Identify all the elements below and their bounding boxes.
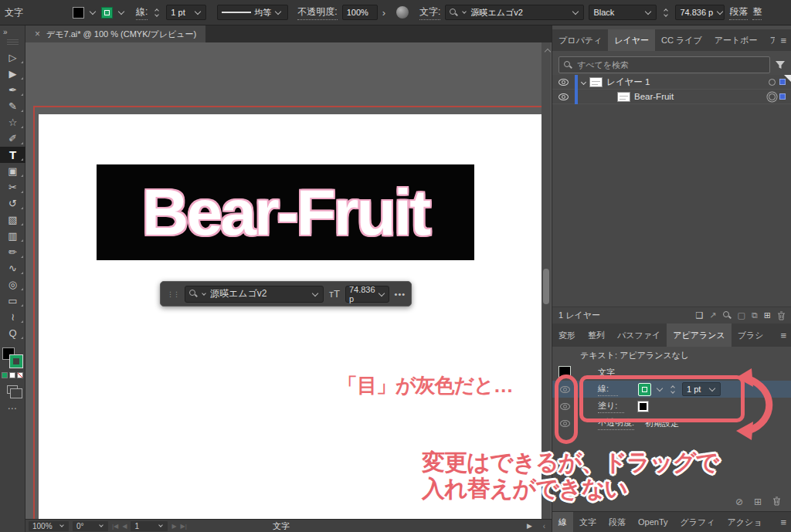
stroke-color-swatch[interactable] xyxy=(101,7,113,19)
blend-tool-icon[interactable]: ∿ xyxy=(0,260,25,276)
layer-row[interactable]: Bear-Fruit xyxy=(552,90,791,104)
chevron-down-icon[interactable] xyxy=(378,290,384,296)
vertical-scrollbar[interactable] xyxy=(541,42,551,519)
font-size-stepper[interactable] xyxy=(661,9,670,16)
align-label-clipped[interactable]: 整 xyxy=(752,5,762,20)
panel-menu-icon[interactable]: ≡ xyxy=(775,324,791,347)
chevron-down-icon[interactable] xyxy=(717,8,723,15)
artboard-tool-icon[interactable]: ▭ xyxy=(0,293,25,309)
curvature-tool-icon[interactable]: ✎ xyxy=(0,98,25,114)
selection-square-icon[interactable] xyxy=(779,79,786,85)
clear-appearance-icon[interactable]: ⊘ xyxy=(735,496,743,508)
export-icon[interactable]: ↗ xyxy=(709,310,716,320)
panel-tab[interactable]: リンク xyxy=(769,512,776,532)
star-shape-tool-icon[interactable]: ☆ xyxy=(0,114,25,130)
expand-arrow-icon[interactable]: ▶ xyxy=(527,522,532,530)
panel-tab[interactable]: CC ライブ xyxy=(655,29,708,51)
stroke-width-field[interactable]: 1 pt xyxy=(166,5,206,20)
previous-artboard-button[interactable]: ◀ xyxy=(122,523,127,530)
chevron-right-icon[interactable]: › xyxy=(382,7,385,19)
delete-item-icon[interactable] xyxy=(772,496,781,508)
locate-object-icon[interactable] xyxy=(723,311,732,320)
next-artboard-button[interactable]: ▶ xyxy=(171,523,176,530)
drag-handle[interactable]: ⋮⋮ xyxy=(167,290,179,298)
panel-tab[interactable]: パスファイ xyxy=(611,324,667,347)
stroke-width-stepper[interactable] xyxy=(152,9,161,16)
stroke-swatch[interactable] xyxy=(10,355,22,368)
fill-color-swatch[interactable] xyxy=(73,7,84,19)
stroke-label[interactable]: 線: xyxy=(136,5,148,20)
panel-menu-icon[interactable]: ≡ xyxy=(775,512,791,532)
selected-text-block[interactable]: Bear-Fruit xyxy=(97,164,474,260)
eyedropper-tool-icon[interactable]: ✏ xyxy=(0,244,25,260)
chevron-down-icon[interactable] xyxy=(645,8,651,15)
layer-name[interactable]: Bear-Fruit xyxy=(634,92,765,101)
width-tool-icon[interactable]: ≀ xyxy=(0,309,25,325)
draw-mode-icon[interactable] xyxy=(7,385,18,394)
graph-tool-icon[interactable]: ▥ xyxy=(0,228,25,244)
rotate-tool-icon[interactable]: ↺ xyxy=(0,195,25,212)
font-family-dropdown-floating[interactable]: 源暎エムゴv2 xyxy=(185,286,324,303)
free-transform-tool-icon[interactable]: ▣ xyxy=(0,163,25,179)
first-artboard-button[interactable]: |◀ xyxy=(112,523,118,530)
chevron-down-icon[interactable] xyxy=(59,523,64,527)
recolor-artwork-icon[interactable] xyxy=(396,6,409,19)
color-button[interactable] xyxy=(2,372,8,378)
panel-tab[interactable]: アピアランス xyxy=(667,324,732,347)
font-size-field[interactable]: 74.836 p xyxy=(675,5,725,20)
delete-layer-icon[interactable] xyxy=(777,311,786,320)
selection-square-icon[interactable] xyxy=(779,93,786,100)
character-label[interactable]: 文字: xyxy=(419,5,440,20)
panel-tab[interactable]: プロパティ xyxy=(552,29,608,51)
canvas-area[interactable]: Bear-Fruit ⋮⋮ 源暎エムゴv2 тT 74.836 p ••• xyxy=(25,42,552,519)
new-sublayer-icon[interactable]: ⧉ xyxy=(752,310,758,320)
chevron-down-icon[interactable] xyxy=(99,523,104,527)
panel-tab[interactable]: 整列 xyxy=(582,324,611,347)
opacity-field[interactable]: 100% xyxy=(342,5,378,20)
chevron-down-icon[interactable] xyxy=(572,8,579,15)
filter-icon[interactable] xyxy=(775,60,786,70)
stroke-style-dropdown[interactable]: 均等 xyxy=(217,5,288,20)
panel-tab[interactable]: 線 xyxy=(552,512,573,532)
zoom-level-dropdown[interactable]: 100% xyxy=(29,521,69,531)
panel-tab[interactable]: シンボル xyxy=(770,324,776,347)
type-tool-icon[interactable]: T xyxy=(0,147,25,163)
more-tools-button[interactable]: ⋯ xyxy=(8,403,18,414)
expand-toolbar-button[interactable]: » xyxy=(0,25,11,39)
collect-for-export-icon[interactable]: ❑ xyxy=(695,310,703,320)
rotation-dropdown[interactable]: 0° xyxy=(73,521,108,531)
panel-tab[interactable]: 段落 xyxy=(603,512,632,532)
target-circle-selected-icon[interactable] xyxy=(769,93,776,100)
layer-name[interactable]: レイヤー 1 xyxy=(606,76,765,88)
character-color-dropdown[interactable]: Black xyxy=(589,5,657,20)
panel-tab[interactable]: アクショ xyxy=(721,512,769,532)
chevron-down-icon[interactable] xyxy=(159,523,164,527)
last-artboard-button[interactable]: ▶| xyxy=(181,523,187,530)
chevron-down-icon[interactable] xyxy=(312,290,318,296)
panel-tab[interactable]: グラフィ xyxy=(674,512,721,532)
chevron-down-icon[interactable] xyxy=(195,8,201,15)
panel-tab[interactable]: 文字 xyxy=(573,512,603,532)
visibility-eye-icon[interactable] xyxy=(558,93,569,100)
visibility-eye-icon[interactable] xyxy=(558,79,569,86)
panel-tab[interactable]: OpenTy xyxy=(632,512,674,532)
paintbrush-tool-icon[interactable]: ✐ xyxy=(0,130,25,147)
zoom-tool-icon[interactable]: Q xyxy=(0,325,25,341)
gradient-tool-icon[interactable]: ▧ xyxy=(0,212,25,228)
gradient-button[interactable] xyxy=(9,372,15,378)
search-input[interactable] xyxy=(577,60,765,69)
scroll-up-arrow[interactable] xyxy=(545,49,551,55)
expand-chevron-icon[interactable] xyxy=(581,79,586,84)
close-icon[interactable]: × xyxy=(35,29,40,39)
duplicate-item-icon[interactable]: ⊞ xyxy=(754,496,762,508)
more-options-button[interactable]: ••• xyxy=(395,290,406,299)
pen-tool-icon[interactable]: ✒ xyxy=(0,82,25,98)
scrollbar-thumb[interactable] xyxy=(543,269,549,304)
target-circle-icon[interactable] xyxy=(769,79,776,86)
document-tab[interactable]: × デモ7.ai* @ 100 % (CMYK/プレビュー) xyxy=(25,25,205,42)
none-button[interactable] xyxy=(17,372,23,378)
chevron-down-icon[interactable] xyxy=(118,8,124,15)
toolbar-grip[interactable] xyxy=(7,39,19,45)
panel-tab[interactable]: アートボー xyxy=(708,29,764,51)
make-clip-mask-icon[interactable]: ▢ xyxy=(738,310,745,320)
